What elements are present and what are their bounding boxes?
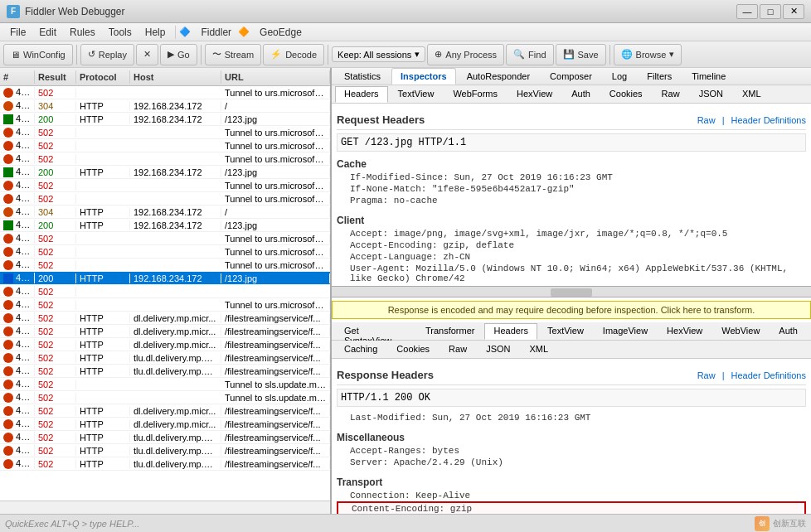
table-row[interactable]: 437 200 HTTP 192.168.234.172 /123.jpg bbox=[0, 166, 330, 179]
menu-rules[interactable]: Rules bbox=[63, 25, 102, 40]
header-defs-link[interactable]: Header Definitions bbox=[731, 115, 807, 125]
resp-tab-caching[interactable]: Caching bbox=[335, 341, 386, 358]
resp-date-group: Last-Modified: Sun, 27 Oct 2019 16:16:23… bbox=[337, 412, 806, 423]
decode-button[interactable]: ⚡ Decode bbox=[263, 44, 324, 65]
menu-fiddler[interactable]: Fiddler bbox=[194, 25, 238, 40]
table-row[interactable]: 449 502 HTTP dl.delivery.mp.micr... /fil… bbox=[0, 325, 330, 338]
resp-tab-webview[interactable]: WebView bbox=[712, 323, 769, 340]
maximize-button[interactable]: □ bbox=[760, 4, 781, 19]
horizontal-scrollbar[interactable] bbox=[0, 501, 330, 514]
cell-result: 502 bbox=[35, 234, 76, 244]
tab-inspectors[interactable]: Inspectors bbox=[391, 68, 456, 85]
table-row[interactable]: 439 502 Tunnel to urs.microsoft.com:44..… bbox=[0, 192, 330, 206]
table-row[interactable]: 456 502 HTTP dl.delivery.mp.micr... /fil… bbox=[0, 418, 330, 431]
save-button[interactable]: 💾 Save bbox=[556, 44, 606, 65]
cell-protocol: HTTP bbox=[76, 406, 130, 416]
find-button[interactable]: 🔍 Find bbox=[506, 44, 553, 65]
table-row[interactable]: 455 502 HTTP dl.delivery.mp.micr... /fil… bbox=[0, 404, 330, 418]
replay-button[interactable]: ↺ Replay bbox=[80, 44, 134, 65]
response-warning-banner[interactable]: Response is encoded and may require deco… bbox=[332, 301, 811, 319]
menu-edit[interactable]: Edit bbox=[32, 25, 63, 40]
tab-timeline[interactable]: Timeline bbox=[682, 68, 735, 85]
resp-header-defs-link[interactable]: Header Definitions bbox=[731, 370, 807, 380]
tab-statistics[interactable]: Statistics bbox=[335, 68, 390, 85]
resp-tab-headers[interactable]: Headers bbox=[484, 323, 537, 340]
table-row[interactable]: 448 502 HTTP dl.delivery.mp.micr... /fil… bbox=[0, 312, 330, 325]
sessions-table[interactable]: 431 502 Tunnel to urs.microsoft.com:44..… bbox=[0, 86, 330, 501]
menu-geoedge[interactable]: GeoEdge bbox=[253, 25, 308, 40]
req-tab-auth[interactable]: Auth bbox=[562, 86, 600, 103]
col-header-result: Result bbox=[35, 70, 76, 84]
table-row[interactable]: 454 502 Tunnel to sls.update.microsoft..… bbox=[0, 391, 330, 404]
table-row[interactable]: 452 502 HTTP tlu.dl.delivery.mp.micr... … bbox=[0, 365, 330, 378]
table-row[interactable]: 434 502 Tunnel to urs.microsoft.com:44..… bbox=[0, 126, 330, 139]
table-row[interactable]: 438 502 Tunnel to urs.microsoft.com:44..… bbox=[0, 179, 330, 192]
quickexec-label[interactable]: QuickExec ALT+Q > type HELP... bbox=[5, 519, 750, 529]
table-row[interactable]: 458 502 HTTP tlu.dl.delivery.mp.micr... … bbox=[0, 444, 330, 457]
resp-tab-transformer[interactable]: Transformer bbox=[416, 323, 484, 340]
table-row[interactable]: 440 304 HTTP 192.168.234.172 / bbox=[0, 206, 330, 219]
table-row[interactable]: 453 502 Tunnel to sls.update.microsoft..… bbox=[0, 378, 330, 391]
resp-raw-link[interactable]: Raw bbox=[697, 370, 716, 380]
table-row[interactable]: 431 502 Tunnel to urs.microsoft.com:44..… bbox=[0, 86, 330, 99]
req-tab-webforms[interactable]: WebForms bbox=[444, 86, 507, 103]
resp-tab-imageview[interactable]: ImageView bbox=[594, 323, 657, 340]
resp-tab-raw[interactable]: Raw bbox=[439, 341, 476, 358]
table-row[interactable]: 433 200 HTTP 192.168.234.172 /123.jpg bbox=[0, 113, 330, 126]
table-row[interactable]: 435 502 Tunnel to urs.microsoft.com:44..… bbox=[0, 139, 330, 152]
resp-tab-xml[interactable]: XML bbox=[520, 341, 557, 358]
table-row[interactable]: 444 502 Tunnel to urs.microsoft.com:44..… bbox=[0, 259, 330, 272]
table-row[interactable]: 457 502 HTTP tlu.dl.delivery.mp.micr... … bbox=[0, 431, 330, 444]
cell-number: 447 bbox=[0, 299, 35, 310]
close-button[interactable]: ✕ bbox=[783, 4, 804, 19]
menu-help[interactable]: Help bbox=[138, 25, 172, 40]
cell-url: Tunnel to urs.microsoft.com:44... bbox=[221, 154, 330, 164]
table-row[interactable]: 432 304 HTTP 192.168.234.172 / bbox=[0, 99, 330, 113]
tab-composer[interactable]: Composer bbox=[541, 68, 601, 85]
stream-button[interactable]: 〜 Stream bbox=[205, 44, 261, 65]
cell-protocol: HTTP bbox=[76, 459, 130, 469]
table-row[interactable]: 443 502 Tunnel to urs.microsoft.com:44..… bbox=[0, 245, 330, 259]
browse-button[interactable]: 🌐 Browse ▾ bbox=[614, 44, 682, 65]
keep-sessions-dropdown[interactable]: Keep: All sessions ▾ bbox=[332, 46, 425, 62]
tab-autoresponder[interactable]: AutoResponder bbox=[458, 68, 539, 85]
resp-tab-hexview[interactable]: HexView bbox=[658, 323, 711, 340]
req-tab-headers[interactable]: Headers bbox=[335, 86, 388, 103]
cache-group-name: Cache bbox=[337, 157, 806, 172]
table-row[interactable]: 451 502 HTTP tlu.dl.delivery.mp.micr... … bbox=[0, 351, 330, 365]
panel-divider[interactable] bbox=[332, 286, 811, 297]
table-row[interactable]: 459 502 HTTP tlu.dl.delivery.mp.micr... … bbox=[0, 457, 330, 471]
table-row[interactable]: 442 502 Tunnel to urs.microsoft.com:44..… bbox=[0, 232, 330, 245]
req-tab-xml[interactable]: XML bbox=[733, 86, 770, 103]
app-title: Fiddler Web Debugger bbox=[25, 6, 736, 17]
menu-tools[interactable]: Tools bbox=[102, 25, 138, 40]
req-tab-json[interactable]: JSON bbox=[690, 86, 732, 103]
tab-log[interactable]: Log bbox=[603, 68, 636, 85]
resp-tab-textview[interactable]: TextView bbox=[538, 323, 593, 340]
resp-tab-syntaxview[interactable]: Get SyntaxView bbox=[335, 323, 415, 340]
menu-file[interactable]: File bbox=[3, 25, 32, 40]
resp-tab-cookies[interactable]: Cookies bbox=[387, 341, 439, 358]
req-tab-cookies[interactable]: Cookies bbox=[600, 86, 652, 103]
resp-tab-json[interactable]: JSON bbox=[477, 341, 519, 358]
table-row[interactable]: 450 502 HTTP dl.delivery.mp.micr... /fil… bbox=[0, 338, 330, 351]
remove-button[interactable]: ✕ bbox=[136, 44, 158, 65]
cell-result: 502 bbox=[35, 446, 76, 456]
cell-protocol: HTTP bbox=[76, 326, 130, 336]
any-process-button[interactable]: ⊕ Any Process bbox=[427, 44, 504, 65]
tab-filters[interactable]: Filters bbox=[638, 68, 681, 85]
table-row[interactable]: 445 200 HTTP 192.168.234.172 /123.jpg bbox=[0, 272, 330, 285]
table-row[interactable]: 441 200 HTTP 192.168.234.172 /123.jpg bbox=[0, 219, 330, 232]
req-tab-raw[interactable]: Raw bbox=[653, 86, 689, 103]
req-tab-textview[interactable]: TextView bbox=[389, 86, 444, 103]
any-process-icon: ⊕ bbox=[435, 49, 442, 60]
table-row[interactable]: 446 502 bbox=[0, 285, 330, 298]
go-button[interactable]: ▶ Go bbox=[160, 44, 197, 65]
table-row[interactable]: 436 502 Tunnel to urs.microsoft.com:44..… bbox=[0, 152, 330, 166]
winconfig-button[interactable]: 🖥 WinConfig bbox=[3, 44, 73, 65]
minimize-button[interactable]: — bbox=[736, 4, 758, 19]
req-tab-hexview[interactable]: HexView bbox=[507, 86, 561, 103]
table-row[interactable]: 447 502 Tunnel to urs.microsoft.com:44..… bbox=[0, 298, 330, 312]
resp-tab-auth[interactable]: Auth bbox=[770, 323, 807, 340]
raw-link[interactable]: Raw bbox=[697, 115, 716, 125]
